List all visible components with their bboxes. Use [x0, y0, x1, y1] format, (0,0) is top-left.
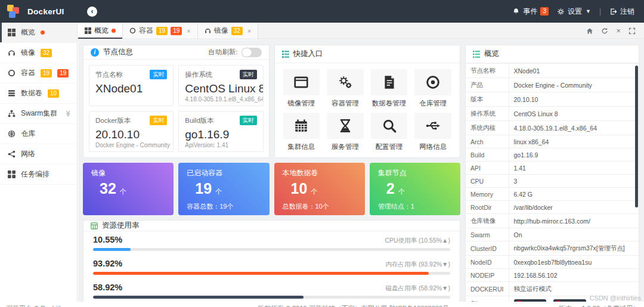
node-card-os: 操作系统实时 CentOS Linux 8 4.18.0-305.19.1.el…	[178, 65, 263, 106]
table-row: 版本20.10.10	[466, 92, 639, 107]
stat-value: 32	[100, 180, 116, 197]
tab-close-icon[interactable]: ×	[247, 27, 251, 35]
card-sub: Docker Engine - Community	[95, 142, 167, 148]
quick-item-configs[interactable]: 配置管理	[371, 113, 408, 153]
stat-title: 本地数据卷	[283, 168, 357, 178]
stat-cards: 镜像 32个 已启动容器 19个 容器总数：19个 本地数据卷 10个 总数据卷…	[83, 163, 460, 215]
sidebar-item-orchestration[interactable]: 任务编排	[0, 165, 77, 185]
card-value: 20.10.10	[95, 128, 167, 141]
top-navbar: DockerUI ‹ 事件 3 设置 ▼ | 注销	[0, 0, 644, 23]
card-sub: ApiVersion: 1.41	[185, 142, 256, 148]
quick-item-registry[interactable]: 仓库管理	[414, 69, 451, 109]
stat-unit: 个	[398, 188, 405, 195]
card-value: XNode01	[95, 82, 167, 95]
quick-item-images[interactable]: 镜像管理	[283, 69, 320, 109]
tab-containers[interactable]: 容器 19 19 ×	[123, 23, 198, 39]
ring-icon	[8, 69, 16, 77]
chevron-down-icon: ▼	[586, 8, 591, 14]
brand[interactable]: DockerUI	[0, 4, 78, 18]
table-row: 产品Docker Engine - Community	[466, 78, 639, 92]
resource-usage-panel: 资源使用率 10.55% CPU使用率 (10.55%▲) 9	[83, 220, 460, 302]
chevron-expand-icon: ≫	[64, 110, 71, 116]
resource-row-cpu: 10.55% CPU使用率 (10.55%▲)	[93, 235, 450, 251]
tab-overview[interactable]: 概览	[78, 23, 123, 39]
table-row: NodeID0xexqbo1esb7fbl8yttoea1su	[466, 256, 639, 269]
stat-unit: 个	[120, 188, 126, 195]
sidebar-item-containers[interactable]: 容器 19 19	[0, 63, 77, 83]
sidebar-item-label: 仓库	[21, 129, 35, 139]
events-button[interactable]: 事件 3	[512, 7, 549, 17]
resource-percent: 10.55%	[93, 235, 122, 244]
sidebar-item-swarm[interactable]: Swarm集群 ≫	[0, 104, 77, 124]
stat-card-volumes[interactable]: 本地数据卷 10个 总数据卷：10个	[274, 163, 365, 215]
sidebar-item-label: 任务编排	[21, 169, 49, 179]
close-icon[interactable]: ×	[616, 27, 621, 35]
home-icon[interactable]	[586, 27, 593, 35]
search-icon	[382, 118, 397, 134]
sidebar-item-registry[interactable]: 仓库	[0, 124, 77, 144]
window-icon	[293, 75, 309, 90]
auto-refresh-label: 自动刷新:	[208, 48, 237, 57]
app-logo-icon	[7, 4, 21, 18]
sidebar-item-overview[interactable]: 概览	[0, 23, 77, 43]
count-badge: 32	[41, 49, 52, 57]
panel-title: 资源使用率	[102, 221, 140, 231]
watermark: CSDN @inthirties	[590, 294, 641, 302]
headphones-icon	[205, 27, 211, 34]
refresh-icon[interactable]	[601, 27, 608, 35]
quick-item-label: 仓库管理	[419, 99, 447, 108]
page-footer: 深蓝平台 © Dockit! 版权所有 © 2019 深蓝科技（西安）有限公司 …	[0, 302, 644, 307]
quick-item-volumes[interactable]: 数据卷管理	[371, 69, 408, 109]
table-row: Memory6.42 G	[466, 188, 639, 201]
stack-icon	[8, 89, 16, 97]
stat-value: 10	[291, 180, 308, 197]
table-icon	[91, 222, 98, 230]
tab-close-icon[interactable]: ×	[187, 27, 190, 35]
divider: |	[599, 7, 601, 15]
stat-card-images[interactable]: 镜像 32个	[83, 163, 174, 215]
progress-bar	[93, 248, 450, 251]
card-title: Docker版本	[95, 116, 131, 125]
info-icon: i	[91, 48, 99, 57]
quick-entry-header: 快捷入口	[275, 45, 460, 63]
quick-item-cluster[interactable]: 集群信息	[283, 113, 320, 153]
table-row: 操作系统CentOS Linux 8	[466, 107, 639, 121]
card-title: 节点名称	[95, 70, 123, 79]
sidebar-item-images[interactable]: 镜像 32	[0, 43, 77, 63]
sidebar-item-network[interactable]: 网络	[0, 144, 77, 165]
quick-item-label: 集群信息	[287, 142, 315, 151]
tab-images[interactable]: 镜像 32 ×	[198, 23, 259, 39]
table-row: Buildgo1.16.9	[466, 148, 639, 162]
usb-icon	[425, 118, 441, 134]
headphones-icon	[8, 49, 16, 57]
quick-item-network[interactable]: 网络信息	[414, 113, 451, 153]
stat-title: 已启动容器	[187, 168, 261, 178]
count-badge-running: 19	[171, 27, 182, 35]
settings-label: 设置	[568, 7, 582, 17]
fullscreen-icon[interactable]	[628, 27, 636, 35]
scrollbar-thumb[interactable]	[635, 66, 638, 207]
globe-icon	[8, 130, 16, 138]
dockerui-dashboard: DockerUI ‹ 事件 3 设置 ▼ | 注销 概览	[0, 0, 644, 307]
quick-item-services[interactable]: 服务管理	[327, 113, 364, 153]
auto-refresh-toggle[interactable]	[242, 48, 262, 57]
logout-button[interactable]: 注销	[609, 7, 634, 17]
progress-bar	[93, 296, 450, 299]
sidebar-item-volumes[interactable]: 数据卷 10	[0, 83, 77, 104]
card-title: 操作系统	[185, 70, 212, 79]
stat-card-cluster-nodes[interactable]: 集群节点 2个 管理结点：1	[370, 163, 460, 215]
quick-item-containers[interactable]: 容器管理	[327, 69, 364, 109]
logout-icon	[609, 8, 617, 15]
sidebar-collapse-icon[interactable]: ‹	[87, 7, 97, 17]
table-row: CPU3	[466, 175, 639, 188]
settings-menu[interactable]: 设置 ▼	[557, 7, 591, 17]
sidebar-item-label: 数据卷	[21, 88, 42, 98]
count-badge: 19	[41, 69, 52, 77]
quick-item-label: 配置管理	[376, 142, 403, 151]
quick-entry-panel: 快捷入口 镜像管理 容器管理	[274, 45, 461, 158]
stat-unit: 个	[215, 188, 222, 195]
footer-right: 版本：v1.0.32（免费试用）	[559, 304, 639, 307]
stat-title: 镜像	[91, 168, 165, 178]
overview-panel: 概览 节点名称XNode01 产品Docker Engine - Communi…	[465, 45, 639, 302]
stat-card-running-containers[interactable]: 已启动容器 19个 容器总数：19个	[178, 163, 269, 215]
